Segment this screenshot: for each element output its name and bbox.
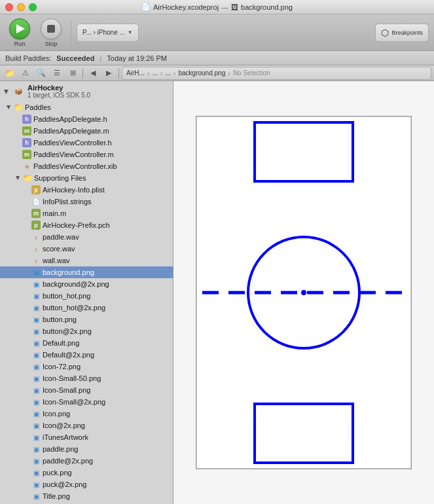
list-item[interactable]: ♪wall.wav <box>0 255 173 266</box>
file-label: button_hot.png <box>43 292 173 300</box>
file-label: Icon-72.png <box>43 363 173 370</box>
file-label: wall.wav <box>43 257 173 264</box>
file-type-icon: ▣ <box>31 279 41 289</box>
run-label: Run <box>14 41 26 47</box>
list-item[interactable]: hPaddlesViewController.h <box>0 137 173 149</box>
list-item[interactable]: ▣paddle@2x.png <box>0 455 173 467</box>
project-info: AirHockey 1 target, iOS SDK 5.0 <box>27 84 90 99</box>
list-item[interactable]: mmain.m <box>0 207 173 219</box>
list-item[interactable]: ▣Icon-72.png <box>0 361 173 372</box>
list-item[interactable]: mPaddlesAppDelegate.m <box>0 125 173 137</box>
list-item[interactable]: pAirHockey-Info.plist <box>0 184 173 196</box>
close-button[interactable] <box>5 3 13 11</box>
list-item[interactable]: pAirHockey-Prefix.pch <box>0 219 173 231</box>
list-item[interactable]: 📄InfoPlist.strings <box>0 196 173 207</box>
nav-forward-btn[interactable]: ▶ <box>101 67 116 79</box>
project-icon: 📦 <box>13 86 24 97</box>
list-item[interactable]: ▣Icon.png <box>0 408 173 420</box>
nav-back-icon: ◀ <box>90 69 96 77</box>
scheme-arrow: ▼ <box>128 29 133 35</box>
file-label: background@2x.png <box>43 280 173 288</box>
nav-separator-2 <box>118 68 119 79</box>
list-item[interactable]: ▣Default.png <box>0 337 173 349</box>
nav-back-btn[interactable]: ◀ <box>86 67 100 79</box>
file-label: Icon-Small-50.png <box>43 374 173 382</box>
file-type-icon: ▣ <box>31 303 41 312</box>
breadcrumb-sep1: › <box>147 69 150 77</box>
file-type-icon: ▣ <box>31 397 41 406</box>
list-item[interactable]: mPaddlesViewController.m <box>0 149 173 160</box>
file-type-icon: ▣ <box>31 444 41 454</box>
list-item[interactable]: ▣button.png <box>0 314 173 325</box>
list-item[interactable]: ▣Title.png <box>0 490 173 502</box>
file-type-icon: ▣ <box>31 327 41 336</box>
list-item[interactable]: ◈PaddlesViewController.xib <box>0 160 173 172</box>
file-label: PaddlesViewController.h <box>33 139 173 147</box>
file-label: AirHockey-Info.plist <box>43 186 173 194</box>
stop-button-group[interactable]: Stop <box>37 16 65 50</box>
list-item[interactable]: ▣puck.png <box>0 467 173 478</box>
scheme-selector[interactable]: P... › iPhone ... ▼ <box>77 24 139 42</box>
list-item[interactable]: ▶📁Supporting Files <box>0 172 173 184</box>
file-label: paddle.wav <box>43 233 173 241</box>
file-type-icon: ♪ <box>31 244 41 253</box>
file-label: puck@2x.png <box>43 480 173 488</box>
list-item[interactable]: ▣puck@2x.png <box>0 478 173 490</box>
nav-hierarchy-btn[interactable]: ⊞ <box>65 67 80 79</box>
nav-folder-btn[interactable]: 📁 <box>3 67 17 79</box>
file-type-icon: ♪ <box>31 256 41 265</box>
list-item[interactable]: ▣button_hot@2x.png <box>0 302 173 314</box>
list-item[interactable]: ▣Icon-Small.png <box>0 384 173 396</box>
file-type-icon: h <box>22 138 31 147</box>
file-type-icon: ▣ <box>31 433 41 442</box>
list-item[interactable]: ♪score.wav <box>0 243 173 255</box>
minimize-button[interactable] <box>17 3 25 11</box>
stop-button[interactable] <box>41 18 62 39</box>
nav-warning-btn[interactable]: ⚠ <box>18 67 33 79</box>
folder-icon: 📁 <box>22 173 33 183</box>
file-tree: ▶📁PaddleshPaddlesAppDelegate.hmPaddlesAp… <box>0 101 173 504</box>
project-header[interactable]: ▶ 📦 AirHockey 1 target, iOS SDK 5.0 <box>0 81 173 101</box>
list-item[interactable]: ▣Icon-Small-50.png <box>0 372 173 384</box>
breakpoints-icon: ⬡ <box>381 27 389 38</box>
file-type-icon: ▣ <box>31 456 41 465</box>
file-label: Paddles <box>25 103 173 111</box>
list-item[interactable]: ▣button@2x.png <box>0 325 173 337</box>
file-label: Icon-Small@2x.png <box>43 398 173 406</box>
run-button-group[interactable]: Run <box>5 16 34 50</box>
file-icon: 🖼 <box>231 3 238 11</box>
maximize-button[interactable] <box>29 3 37 11</box>
file-type-icon: ▣ <box>31 468 41 477</box>
toolbar: Run Stop P... › iPhone ... ▼ ⬡ Breakpoin… <box>0 14 434 51</box>
file-type-icon: ◈ <box>22 162 31 171</box>
file-label: Default@2x.png <box>43 351 173 359</box>
file-type-icon: p <box>31 221 41 230</box>
breadcrumb[interactable]: AirH... › ... › ... › background.png › N… <box>122 67 431 80</box>
expand-arrow: ▶ <box>14 174 22 182</box>
file-type-icon: ▣ <box>31 374 41 383</box>
list-item[interactable]: hPaddlesAppDelegate.h <box>0 113 173 125</box>
file-type-icon: ▣ <box>31 315 41 324</box>
list-item[interactable]: ▣Icon@2x.png <box>0 420 173 431</box>
breakpoints-label: Breakpoints <box>391 29 423 36</box>
file-label: paddle@2x.png <box>43 457 173 465</box>
list-item[interactable]: ▣Default@2x.png <box>0 349 173 361</box>
list-item[interactable]: ♪paddle.wav <box>0 231 173 243</box>
breadcrumb-part3: ... <box>165 69 170 77</box>
file-label: Default.png <box>43 339 173 347</box>
list-item[interactable]: ▣paddle.png <box>0 443 173 455</box>
breakpoints-button[interactable]: ⬡ Breakpoints <box>375 24 429 42</box>
list-item[interactable]: ▶📁Paddles <box>0 101 173 113</box>
nav-list-btn[interactable]: ☰ <box>50 67 64 79</box>
file-label: button.png <box>43 315 173 323</box>
list-item[interactable]: ▣button_hot.png <box>0 290 173 302</box>
nav-search-btn[interactable]: 🔍 <box>34 67 48 79</box>
file-label: Title.png <box>43 492 173 500</box>
breadcrumb-part1: AirH... <box>126 69 145 77</box>
list-item[interactable]: ▣background.png <box>0 266 173 278</box>
list-item[interactable]: ▣background@2x.png <box>0 278 173 290</box>
run-button[interactable] <box>9 18 30 39</box>
list-item[interactable]: ▣Icon-Small@2x.png <box>0 396 173 408</box>
nav-forward-icon: ▶ <box>106 69 111 77</box>
list-item[interactable]: ▣iTunesArtwork <box>0 431 173 443</box>
